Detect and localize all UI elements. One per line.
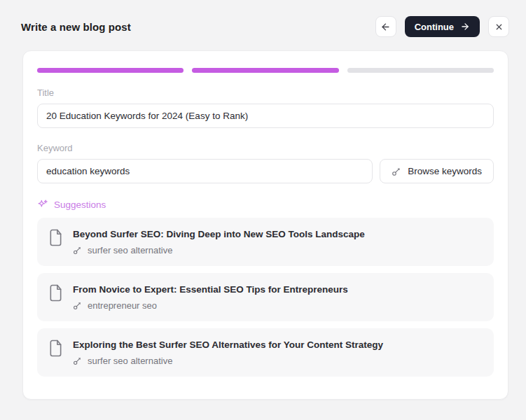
close-icon bbox=[494, 22, 504, 31]
browse-keywords-label: Browse keywords bbox=[408, 166, 482, 176]
progress-segment-3 bbox=[347, 68, 494, 73]
continue-button-label: Continue bbox=[415, 22, 454, 32]
suggestion-keyword-row: entrepreneur seo bbox=[73, 300, 348, 311]
keyword-label: Keyword bbox=[37, 143, 494, 153]
progress-segment-2 bbox=[192, 68, 338, 73]
keyword-input[interactable] bbox=[37, 159, 373, 183]
continue-button[interactable]: Continue bbox=[405, 16, 480, 37]
close-button[interactable] bbox=[488, 16, 509, 37]
key-icon bbox=[73, 246, 82, 255]
suggestion-body: From Novice to Expert: Essential SEO Tip… bbox=[73, 284, 348, 311]
key-icon bbox=[73, 301, 82, 310]
wizard-card: Title Keyword Browse keywords Suggestion… bbox=[22, 50, 508, 400]
document-icon bbox=[48, 284, 63, 302]
title-input[interactable] bbox=[37, 104, 494, 128]
suggestion-item-1[interactable]: Beyond Surfer SEO: Diving Deep into New … bbox=[37, 218, 494, 266]
suggestion-keyword-row: surfer seo alternative bbox=[73, 356, 383, 366]
suggestion-list: Beyond Surfer SEO: Diving Deep into New … bbox=[37, 218, 494, 377]
dialog-header: Write a new blog post Continue bbox=[0, 0, 526, 37]
suggestion-item-3[interactable]: Exploring the Best Surfer SEO Alternativ… bbox=[37, 328, 494, 377]
page-title: Write a new blog post bbox=[21, 21, 131, 33]
document-icon bbox=[48, 229, 63, 246]
suggestion-keyword: entrepreneur seo bbox=[88, 300, 157, 311]
suggestion-keyword-row: surfer seo alternative bbox=[73, 245, 365, 255]
suggestion-title: Exploring the Best Surfer SEO Alternativ… bbox=[73, 339, 383, 351]
document-icon bbox=[48, 340, 63, 357]
keyword-row: Browse keywords bbox=[37, 159, 494, 183]
suggestion-body: Beyond Surfer SEO: Diving Deep into New … bbox=[73, 228, 365, 255]
browse-keywords-button[interactable]: Browse keywords bbox=[380, 159, 494, 183]
progress-bar bbox=[37, 68, 494, 73]
suggestions-heading: Suggestions bbox=[37, 199, 494, 210]
suggestion-body: Exploring the Best Surfer SEO Alternativ… bbox=[73, 339, 383, 366]
header-actions: Continue bbox=[375, 16, 509, 37]
arrow-left-icon bbox=[380, 22, 391, 32]
suggestion-title: From Novice to Expert: Essential SEO Tip… bbox=[73, 284, 348, 295]
sparkles-icon bbox=[37, 199, 48, 210]
progress-segment-1 bbox=[37, 68, 184, 73]
key-icon bbox=[392, 167, 401, 176]
back-button[interactable] bbox=[375, 16, 396, 37]
key-icon bbox=[73, 356, 82, 365]
arrow-right-icon bbox=[460, 22, 470, 31]
suggestion-item-2[interactable]: From Novice to Expert: Essential SEO Tip… bbox=[37, 273, 494, 321]
suggestion-keyword: surfer seo alternative bbox=[88, 356, 172, 366]
suggestions-heading-label: Suggestions bbox=[54, 200, 106, 210]
suggestion-title: Beyond Surfer SEO: Diving Deep into New … bbox=[73, 228, 365, 240]
title-label: Title bbox=[37, 88, 494, 98]
suggestion-keyword: surfer seo alternative bbox=[88, 245, 172, 255]
